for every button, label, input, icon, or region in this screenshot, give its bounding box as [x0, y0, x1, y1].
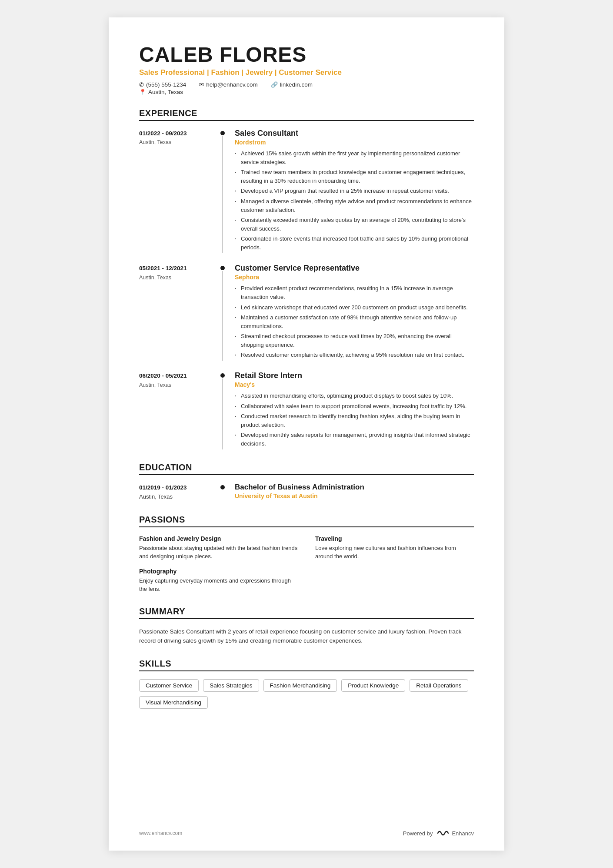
linkedin-icon: 🔗	[271, 81, 278, 88]
location-text: Austin, Texas	[148, 89, 183, 95]
skill-badge-5: Visual Merchandising	[139, 696, 208, 709]
bullet-1-3: Managed a diverse clientele, offering st…	[235, 197, 474, 214]
exp-right-1: Sales Consultant Nordstrom Achieved 15% …	[228, 129, 474, 254]
exp-job-title-3: Retail Store Intern	[235, 371, 474, 380]
bullet-1-2: Developed a VIP program that resulted in…	[235, 187, 474, 195]
enhancv-brand-name: Enhancv	[452, 830, 474, 837]
passion-desc-3: Enjoy capturing everyday moments and exp…	[139, 576, 298, 593]
page-footer: www.enhancv.com Powered by Enhancv	[139, 829, 474, 838]
bullet-3-3: Developed monthly sales reports for mana…	[235, 431, 474, 448]
skill-badge-2: Fashion Merchandising	[263, 679, 337, 692]
exp-company-3: Macy's	[235, 381, 474, 388]
edu-dot-1	[220, 485, 225, 489]
edu-school-1: University of Texas at Austin	[235, 493, 474, 499]
skill-badge-1: Sales Strategies	[203, 679, 259, 692]
exp-dot-1	[220, 131, 225, 135]
edu-degree-1: Bachelor of Business Administration	[235, 483, 474, 492]
bullet-2-4: Resolved customer complaints efficiently…	[235, 351, 474, 359]
bullet-1-5: Coordinated in-store events that increas…	[235, 235, 474, 252]
exp-dates-1: 01/2022 - 09/2023	[139, 129, 213, 138]
exp-line-3	[222, 379, 223, 449]
candidate-title: Sales Professional | Fashion | Jewelry |…	[139, 68, 474, 77]
exp-line-1	[222, 136, 223, 254]
footer-website: www.enhancv.com	[139, 830, 182, 836]
enhancv-logo: Enhancv	[436, 829, 474, 838]
edu-dates-1: 01/2019 - 01/2023	[139, 483, 213, 493]
passions-grid: Fashion and Jewelry Design Passionate ab…	[139, 535, 474, 593]
exp-bullets-1: Achieved 15% sales growth within the fir…	[235, 149, 474, 252]
exp-job-title-2: Customer Service Representative	[235, 264, 474, 273]
exp-bullets-2: Provided excellent product recommendatio…	[235, 284, 474, 359]
linkedin-contact[interactable]: 🔗 linkedin.com	[271, 81, 313, 88]
exp-entry-3: 06/2020 - 05/2021 Austin, Texas Retail S…	[139, 371, 474, 449]
exp-entry-1: 01/2022 - 09/2023 Austin, Texas Sales Co…	[139, 129, 474, 254]
exp-dot-3	[220, 373, 225, 378]
passion-title-2: Traveling	[315, 535, 474, 542]
passion-title-3: Photography	[139, 568, 298, 575]
exp-entry-2: 05/2021 - 12/2021 Austin, Texas Customer…	[139, 264, 474, 361]
email-address: help@enhancv.com	[206, 81, 258, 88]
bullet-3-2: Conducted market research to identify tr…	[235, 412, 474, 429]
passion-item-1: Fashion and Jewelry Design Passionate ab…	[139, 535, 298, 561]
summary-section-title: SUMMARY	[139, 607, 474, 619]
exp-dot-2	[220, 266, 225, 270]
passions-section-title: PASSIONS	[139, 515, 474, 527]
contact-row-1: ✆ (555) 555-1234 ✉ help@enhancv.com 🔗 li…	[139, 81, 474, 88]
skills-section: SKILLS Customer Service Sales Strategies…	[139, 659, 474, 709]
exp-timeline-2	[217, 264, 228, 361]
exp-timeline-1	[217, 129, 228, 254]
edu-right-1: Bachelor of Business Administration Univ…	[228, 483, 474, 501]
email-icon: ✉	[199, 81, 204, 88]
linkedin-url: linkedin.com	[280, 81, 313, 88]
exp-bullets-3: Assisted in merchandising efforts, optim…	[235, 392, 474, 448]
edu-left-1: 01/2019 - 01/2023 Austin, Texas	[139, 483, 217, 501]
exp-dates-2: 05/2021 - 12/2021	[139, 264, 213, 273]
passion-title-1: Fashion and Jewelry Design	[139, 535, 298, 542]
summary-text: Passionate Sales Consultant with 2 years…	[139, 627, 474, 646]
exp-timeline-3	[217, 371, 228, 449]
phone-icon: ✆	[139, 81, 144, 88]
skill-badge-4: Retail Operations	[410, 679, 468, 692]
experience-section: EXPERIENCE 01/2022 - 09/2023 Austin, Tex…	[139, 108, 474, 450]
passion-desc-2: Love exploring new cultures and fashion …	[315, 544, 474, 561]
passion-desc-1: Passionate about staying updated with th…	[139, 544, 298, 561]
header-section: CALEB FLORES Sales Professional | Fashio…	[139, 44, 474, 95]
exp-company-1: Nordstrom	[235, 139, 474, 146]
bullet-3-1: Collaborated with sales team to support …	[235, 402, 474, 411]
phone-number: (555) 555-1234	[146, 81, 186, 88]
footer-brand: Powered by Enhancv	[403, 829, 474, 838]
email-contact: ✉ help@enhancv.com	[199, 81, 258, 88]
exp-company-2: Sephora	[235, 274, 474, 281]
bullet-1-0: Achieved 15% sales growth within the fir…	[235, 149, 474, 167]
bullet-2-3: Streamlined checkout processes to reduce…	[235, 332, 474, 349]
skills-section-title: SKILLS	[139, 659, 474, 671]
passion-item-2: Traveling Love exploring new cultures an…	[315, 535, 474, 561]
edu-entry-1: 01/2019 - 01/2023 Austin, Texas Bachelor…	[139, 483, 474, 501]
exp-dates-3: 06/2020 - 05/2021	[139, 371, 213, 381]
powered-by-label: Powered by	[403, 830, 433, 837]
skill-badge-0: Customer Service	[139, 679, 199, 692]
exp-right-3: Retail Store Intern Macy's Assisted in m…	[228, 371, 474, 449]
contact-row-2: 📍 Austin, Texas	[139, 89, 474, 95]
exp-location-1: Austin, Texas	[139, 138, 213, 147]
education-section: EDUCATION 01/2019 - 01/2023 Austin, Texa…	[139, 462, 474, 501]
exp-job-title-1: Sales Consultant	[235, 129, 474, 138]
edu-location-1: Austin, Texas	[139, 493, 213, 502]
exp-left-2: 05/2021 - 12/2021 Austin, Texas	[139, 264, 217, 361]
summary-section: SUMMARY Passionate Sales Consultant with…	[139, 607, 474, 646]
bullet-2-2: Maintained a customer satisfaction rate …	[235, 313, 474, 331]
exp-location-3: Austin, Texas	[139, 381, 213, 389]
experience-section-title: EXPERIENCE	[139, 108, 474, 121]
phone-contact: ✆ (555) 555-1234	[139, 81, 186, 88]
exp-left-1: 01/2022 - 09/2023 Austin, Texas	[139, 129, 217, 254]
passions-section: PASSIONS Fashion and Jewelry Design Pass…	[139, 515, 474, 593]
skills-grid: Customer Service Sales Strategies Fashio…	[139, 679, 474, 709]
location-icon: 📍	[139, 89, 146, 95]
edu-timeline-1	[217, 483, 228, 501]
passion-item-3: Photography Enjoy capturing everyday mom…	[139, 568, 298, 593]
exp-location-2: Austin, Texas	[139, 273, 213, 282]
location-contact: 📍 Austin, Texas	[139, 89, 183, 95]
bullet-1-1: Trained new team members in product know…	[235, 168, 474, 185]
resume-page: CALEB FLORES Sales Professional | Fashio…	[109, 17, 504, 851]
education-section-title: EDUCATION	[139, 462, 474, 475]
